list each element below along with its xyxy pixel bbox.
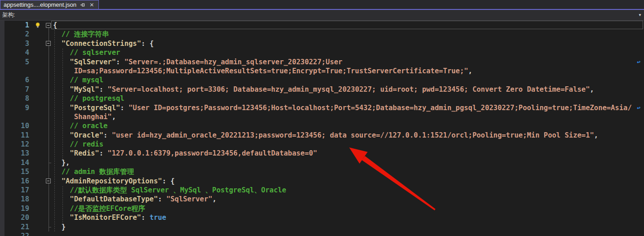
code-line[interactable]: Shanghai", (0, 112, 644, 121)
ide-window: appsettings....elopment.json ✕ 架构: ▼ 1{2… (0, 0, 644, 236)
code-line[interactable]: 15// admin 数据库管理 (0, 167, 644, 176)
glyph-margin (31, 85, 45, 94)
code-line[interactable]: 8// postgresql (0, 94, 644, 103)
line-number: 9 (0, 103, 31, 112)
fold-margin (45, 94, 52, 103)
tab-bar: appsettings....elopment.json ✕ (0, 0, 644, 10)
code-line[interactable]: 4// sqlserver (0, 48, 644, 57)
token-key: "DefaultDatabaseType" (70, 195, 158, 203)
line-number: 20 (0, 213, 31, 222)
glyph-margin (31, 167, 45, 176)
glyph-margin (31, 30, 45, 39)
close-icon[interactable]: ✕ (89, 2, 95, 8)
code-line[interactable]: 9"PostgreSql": "User ID=postgres;Passwor… (0, 103, 644, 112)
code-text: "PostgreSql": "User ID=postgres;Password… (52, 103, 644, 112)
token-str: "Server=localhost; port=3306; Database=h… (107, 85, 590, 94)
glyph-margin (31, 149, 45, 158)
token-punct: : (103, 131, 112, 139)
code-line[interactable]: 5"SqlServer": "Server=.;Database=hzy_adm… (0, 58, 644, 67)
fold-collapse-button[interactable] (45, 39, 52, 48)
code-line[interactable]: 11"Oracle": "user id=hzy_admin_oracle_20… (0, 131, 644, 140)
glyph-margin (31, 186, 45, 195)
token-punct: : (99, 85, 108, 94)
code-line[interactable]: 2// 连接字符串 (0, 30, 644, 39)
chevron-down-icon: ▼ (638, 13, 642, 17)
fold-margin (45, 186, 52, 195)
code-line[interactable]: 16"AdminRepositoryOptions": { (0, 177, 644, 186)
token-key: "AdminRepositoryOptions" (62, 177, 162, 185)
code-line[interactable]: 7"MySql": "Server=localhost; port=3306; … (0, 85, 644, 94)
line-number: 14 (0, 158, 31, 167)
code-line[interactable]: 1{ (0, 21, 644, 30)
line-number: 19 (0, 204, 31, 213)
token-punct: : (120, 104, 129, 112)
code-text: // sqlserver (52, 48, 644, 57)
schema-dropdown[interactable]: ▼ (19, 10, 644, 20)
code-text: "SqlServer": "Server=.;Database=hzy_admi… (52, 58, 644, 67)
token-comment: // mysql (70, 76, 103, 84)
code-line[interactable]: 12// redis (0, 140, 644, 149)
fold-margin (45, 30, 52, 39)
code-line[interactable]: 21} (0, 223, 644, 232)
code-line[interactable]: 3"ConnectionStrings": { (0, 39, 644, 48)
token-str: "user id=hzy_admin_oracle_20221213;passw… (112, 131, 594, 139)
editor[interactable]: 1{2// 连接字符串3"ConnectionStrings": {4// sq… (0, 21, 644, 236)
line-number: 16 (0, 177, 31, 186)
lightbulb-icon[interactable] (31, 21, 45, 30)
fold-margin (45, 223, 52, 232)
code-text: // mysql (52, 76, 644, 85)
code-line[interactable]: 10// oracle (0, 121, 644, 130)
token-punct: , (590, 85, 594, 94)
token-punct: } (62, 223, 66, 231)
glyph-margin (31, 48, 45, 57)
editor-tab-appsettings[interactable]: appsettings....elopment.json ✕ (0, 0, 99, 9)
glyph-margin (31, 140, 45, 149)
schema-bar: 架构: ▼ (0, 10, 644, 21)
fold-margin (45, 76, 52, 85)
fold-collapse-button[interactable] (45, 177, 52, 186)
token-punct: { (53, 21, 57, 29)
code-line[interactable]: 20"IsMonitorEFCore": true (0, 213, 644, 222)
code-line[interactable]: 22 (0, 232, 644, 236)
fold-margin (45, 204, 52, 213)
code-line[interactable]: ID=sa;Password=123456;MultipleActiveResu… (0, 67, 644, 76)
token-key: "PostgreSql" (70, 104, 120, 112)
word-wrap-icon: ↩ (637, 103, 640, 112)
line-number: 13 (0, 149, 31, 158)
code-line[interactable]: 18"DefaultDatabaseType": "SqlServer", (0, 195, 644, 204)
fold-margin (45, 213, 52, 222)
line-number: 17 (0, 186, 31, 195)
token-comment: // oracle (70, 122, 107, 130)
code-text: //默认数据库类型 SqlServer 、MySql 、PostgreSql、O… (52, 186, 644, 195)
code-line[interactable]: 17//默认数据库类型 SqlServer 、MySql 、PostgreSql… (0, 186, 644, 195)
pin-icon[interactable] (80, 2, 86, 8)
line-number: 8 (0, 94, 31, 103)
code-text: { (52, 21, 644, 30)
line-number: 7 (0, 85, 31, 94)
line-number (0, 67, 31, 76)
token-key: "ConnectionStrings" (62, 40, 141, 48)
code-line[interactable]: 19//是否监控EFCore程序 (0, 204, 644, 213)
token-punct: }, (62, 159, 70, 167)
tab-title: appsettings....elopment.json (4, 1, 76, 8)
token-punct: , (468, 67, 472, 75)
token-punct: : (116, 58, 124, 66)
code-line[interactable]: 14}, (0, 158, 644, 167)
code-text: // redis (52, 140, 644, 149)
fold-margin (45, 103, 52, 112)
glyph-margin (31, 39, 45, 48)
fold-collapse-button[interactable] (45, 21, 52, 30)
fold-margin (45, 48, 52, 57)
fold-margin (45, 167, 52, 176)
token-punct: : (141, 214, 150, 222)
token-comment: // 连接字符串 (62, 30, 109, 38)
code-line[interactable]: 6// mysql (0, 76, 644, 85)
code-text: //是否监控EFCore程序 (52, 204, 644, 213)
glyph-margin (31, 195, 45, 204)
fold-margin (45, 131, 52, 140)
token-punct: , (213, 195, 217, 203)
line-number: 15 (0, 167, 31, 176)
token-str: ID=sa;Password=123456;MultipleActiveResu… (74, 67, 468, 75)
code-line[interactable]: 13"Redis": "127.0.0.1:6379,password=1234… (0, 149, 644, 158)
word-wrap-icon: ↩ (637, 58, 640, 67)
